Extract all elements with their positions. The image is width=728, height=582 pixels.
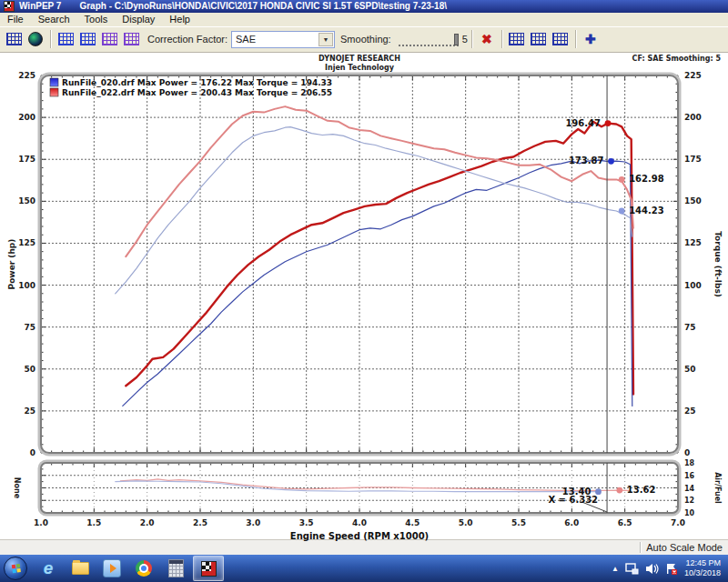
slider-handle[interactable] [454, 34, 459, 45]
rpm-tick-label: 4.5 [405, 518, 420, 527]
volume-icon[interactable] [645, 563, 659, 575]
menu-display[interactable]: Display [115, 13, 162, 26]
app-title: WinPEP 7 [19, 1, 61, 11]
correction-factor-label: Correction Factor: [147, 34, 228, 45]
crosshair-move-button[interactable]: ✚ [580, 29, 602, 49]
taskbar-ie[interactable]: e [34, 557, 63, 580]
clock[interactable]: 12:45 PM 10/3/2018 [684, 558, 721, 578]
power-tick-label: 125 [18, 238, 35, 247]
taskbar-calculator[interactable] [161, 557, 190, 580]
graph-view-2-button[interactable] [76, 29, 98, 49]
af-tick-label: 16 [684, 472, 695, 480]
start-button[interactable] [4, 557, 27, 580]
table-view-button[interactable] [3, 29, 25, 49]
power-tick-label: 25 [24, 406, 35, 416]
torque-tick-label: 100 [684, 280, 702, 289]
rpm-tick-label: 5.5 [511, 518, 526, 527]
smoothing-value: 5 [462, 34, 468, 45]
legend-swatch [50, 78, 58, 86]
x-axis-title: Engine Speed (RPM x1000) [290, 531, 429, 541]
action-center-flag-icon[interactable] [665, 563, 678, 575]
winpep-app-icon [4, 1, 15, 12]
system-tray: ▲ 12:45 PM 10/3/2018 [612, 558, 728, 578]
taskbar-explorer[interactable] [66, 557, 95, 580]
graph-multi-icon [102, 33, 117, 45]
power-tick-label: 0 [30, 448, 35, 457]
menu-help[interactable]: Help [162, 13, 197, 26]
tray-time: 12:45 PM [685, 558, 721, 567]
select-graph-icon [552, 33, 568, 45]
zoom-graph-button[interactable] [506, 29, 528, 49]
menu-file[interactable]: File [0, 13, 31, 26]
menu-search[interactable]: Search [31, 13, 77, 26]
smoothing-label: Smoothing: [340, 34, 391, 45]
scale-mode-status: Auto Scale Mode [646, 542, 723, 553]
taskbar: e ▲ 12:45 PM 10/3/2018 [0, 555, 728, 582]
correction-factor-value: SAE [236, 34, 256, 45]
torque-axis-title: Torque (ft-lbs) [713, 231, 723, 297]
af-tick-label: 18 [684, 459, 695, 467]
callout-label: 144.23 [629, 206, 664, 216]
menu-tools[interactable]: Tools [77, 13, 116, 26]
chevron-down-icon[interactable]: ▼ [318, 33, 333, 46]
torque-tick-label: 225 [684, 71, 702, 80]
torque-tick-label: 125 [684, 238, 702, 247]
callout-dot[interactable] [619, 176, 625, 183]
power-tick-label: 50 [24, 365, 35, 374]
af-axis-title: Air/Fuel [713, 472, 722, 504]
chart-header-shop: Injen Technology [325, 64, 395, 72]
torque-tick-label: 150 [684, 196, 702, 206]
graph-view-3-button[interactable] [98, 29, 120, 49]
smoothing-slider[interactable] [399, 32, 459, 46]
pan-graph-button[interactable] [528, 29, 550, 49]
chrome-icon [136, 560, 152, 577]
network-icon[interactable] [625, 563, 639, 575]
tray-expand-icon[interactable]: ▲ [612, 565, 619, 573]
rpm-tick-label: 2.5 [193, 518, 207, 527]
callout-dot[interactable] [595, 488, 602, 495]
power-tick-label: 100 [18, 280, 35, 289]
select-graph-button[interactable] [550, 29, 571, 49]
media-player-icon [103, 559, 121, 577]
winpep-icon [201, 561, 217, 577]
rpm-tick-label: 6.5 [618, 518, 632, 527]
globe-icon [28, 32, 43, 46]
callout-label: 162.98 [629, 174, 664, 184]
af-tick-label: 14 [684, 484, 695, 492]
winpep-window: WinPEP 7 Graph - C:\DynoRuns\HONDA\CIVIC… [0, 0, 728, 582]
graph-curve-icon [80, 33, 96, 45]
graph-view-4-button[interactable] [120, 29, 142, 49]
correction-factor-select[interactable]: SAE ▼ [231, 31, 335, 48]
graph-view-1-button[interactable] [55, 29, 76, 49]
callout-dot[interactable] [605, 120, 612, 126]
power-tick-label: 150 [18, 196, 35, 206]
legend-swatch [50, 88, 58, 96]
rpm-tick-label: 3.5 [299, 518, 314, 527]
taskbar-chrome[interactable] [129, 557, 158, 580]
callout-dot[interactable] [608, 158, 614, 165]
zoom-graph-icon [509, 33, 524, 45]
globe-view-button[interactable] [25, 29, 46, 49]
af-left-axis-title: None [13, 477, 21, 499]
callout-label: 196.47 [565, 117, 601, 127]
rpm-tick-label: 4.0 [352, 518, 367, 527]
torque-tick-label: 75 [684, 322, 696, 331]
internet-explorer-icon: e [44, 558, 54, 578]
delete-run-button[interactable]: ✖ [476, 29, 498, 49]
torque-tick-label: 200 [684, 113, 702, 122]
rpm-tick-label: 1.5 [86, 518, 101, 527]
calculator-icon [168, 559, 184, 577]
toolbar: Correction Factor: SAE ▼ Smoothing: 5 ✖ … [0, 27, 728, 53]
dyno-chart: DYNOJET RESEARCHInjen TechnologyCF: SAE … [0, 53, 728, 542]
legend-entry: RunFile_022.drf Max Power = 200.43 Max T… [62, 88, 332, 97]
cursor-x-label: X = 6.332 [548, 495, 598, 505]
callout-dot[interactable] [616, 487, 622, 494]
taskbar-media-player[interactable] [97, 557, 126, 580]
af-tick-label: 12 [684, 497, 694, 505]
callout-dot[interactable] [619, 207, 625, 214]
rpm-tick-label: 1.0 [34, 518, 48, 527]
power-tick-label: 200 [18, 113, 35, 122]
pan-graph-icon [531, 33, 546, 45]
taskbar-winpep-active[interactable] [193, 556, 224, 581]
callout-label: 13.62 [627, 485, 656, 495]
